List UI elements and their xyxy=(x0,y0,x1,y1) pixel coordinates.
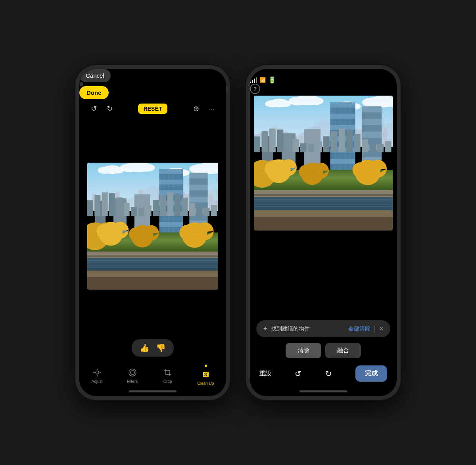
help-text: ? xyxy=(253,86,257,92)
search-placeholder-text: 找到建議的物件 xyxy=(271,325,310,332)
search-right: 全部清除 ✕ xyxy=(348,325,384,332)
cleanup-search-bar: ✦ 找到建議的物件 全部清除 ✕ xyxy=(256,320,390,337)
right-photo-canvas xyxy=(254,96,393,231)
blend-mode-button[interactable]: 融合 xyxy=(325,343,361,358)
cleanup-label: Clean Up xyxy=(198,381,214,386)
battery-icon: 🔋 xyxy=(268,76,276,84)
right-phone: 2:41 📶 🔋 ? xyxy=(246,65,401,400)
left-phone: Cancel Done ↺ ↻ RESET ⊕ ··· 👍 xyxy=(75,65,230,400)
cleanup-panel: ✦ 找到建議的物件 全部清除 ✕ 清除 融合 重設 ↺ ↻ 完成 xyxy=(250,316,397,388)
crop-label: Crop xyxy=(163,379,172,384)
thumbs-row: 👍 👎 xyxy=(79,335,226,361)
status-icons: 📶 🔋 xyxy=(250,76,397,84)
top-bar: Cancel Done xyxy=(79,69,226,99)
right-volume-down-button[interactable] xyxy=(246,136,250,152)
active-tab-dot xyxy=(205,365,207,367)
toolbar: ↺ ↻ RESET ⊕ ··· xyxy=(79,101,226,117)
right-volume-up-button[interactable] xyxy=(246,117,250,132)
svg-point-0 xyxy=(96,371,99,374)
bottom-tabs: Adjust Filters Crop xyxy=(79,361,226,388)
left-screen: Cancel Done ↺ ↻ RESET ⊕ ··· 👍 xyxy=(79,69,226,396)
cleanup-icon xyxy=(200,369,211,380)
crop-icon xyxy=(162,367,173,378)
help-icon[interactable]: ? xyxy=(250,84,260,94)
svg-point-5 xyxy=(129,369,136,376)
mode-buttons: 清除 融合 xyxy=(256,343,390,358)
right-home-indicator xyxy=(250,388,397,396)
extra-tools-group: ⊕ ··· xyxy=(190,103,217,114)
volume-down-button[interactable] xyxy=(75,136,79,152)
adjust-icon xyxy=(92,367,103,378)
signal-bar-2 xyxy=(252,80,253,83)
undo-button-right[interactable]: ↺ xyxy=(295,369,301,379)
tab-cleanup[interactable]: Clean Up xyxy=(198,365,214,386)
undo-redo-group: ↺ ↻ xyxy=(88,103,115,114)
redo-button-right[interactable]: ↻ xyxy=(325,369,332,379)
time-display: 2:41 xyxy=(250,69,262,76)
done-button[interactable]: Done xyxy=(79,86,109,99)
top-action-bar: ? xyxy=(250,84,397,94)
thumbs-down-icon[interactable]: 👎 xyxy=(156,343,166,353)
thumbs-buttons[interactable]: 👍 👎 xyxy=(132,339,174,357)
done-button-right[interactable]: 完成 xyxy=(355,365,387,382)
tab-crop[interactable]: Crop xyxy=(162,367,173,384)
power-button[interactable] xyxy=(226,125,230,148)
volume-up-button[interactable] xyxy=(75,117,79,132)
thumbs-up-icon[interactable]: 👍 xyxy=(140,343,150,353)
notch-indicator xyxy=(79,82,83,86)
magic-icon[interactable]: ⊕ xyxy=(190,103,202,114)
bottom-action-row: 重設 ↺ ↻ 完成 xyxy=(256,364,390,384)
tab-adjust[interactable]: Adjust xyxy=(92,367,103,384)
reset-button[interactable]: RESET xyxy=(138,104,168,114)
signal-bar-1 xyxy=(250,81,251,83)
reset-button-right[interactable]: 重設 xyxy=(259,370,271,377)
close-button[interactable]: ✕ xyxy=(379,325,384,332)
clear-all-button[interactable]: 全部清除 xyxy=(348,325,370,332)
search-left: ✦ 找到建議的物件 xyxy=(263,325,310,332)
home-bar xyxy=(129,390,177,392)
divider xyxy=(374,325,375,332)
tab-filters[interactable]: Filters xyxy=(127,367,138,384)
adjust-label: Adjust xyxy=(92,379,103,384)
clean-mode-button[interactable]: 清除 xyxy=(286,343,321,358)
right-photo-frame xyxy=(254,96,393,231)
cancel-button[interactable]: Cancel xyxy=(79,69,111,82)
home-indicator xyxy=(79,388,226,396)
undo-icon[interactable]: ↺ xyxy=(88,103,99,114)
filters-label: Filters xyxy=(127,379,138,384)
svg-point-6 xyxy=(131,371,134,375)
right-power-button[interactable] xyxy=(397,125,401,148)
filters-icon xyxy=(127,367,138,378)
signal-icon xyxy=(250,77,257,83)
signal-bar-3 xyxy=(254,79,255,83)
right-screen: 2:41 📶 🔋 ? xyxy=(250,69,397,396)
photo-frame xyxy=(87,163,218,290)
photo-container xyxy=(79,117,226,335)
signal-bar-4 xyxy=(256,77,257,83)
more-icon[interactable]: ··· xyxy=(206,103,217,114)
sparkle-icon: ✦ xyxy=(263,325,268,332)
redo-icon[interactable]: ↻ xyxy=(104,103,115,114)
status-bar: 2:41 📶 🔋 xyxy=(250,69,397,84)
right-home-bar xyxy=(299,390,347,392)
photo-canvas xyxy=(87,163,218,290)
right-photo-container xyxy=(250,94,397,316)
wifi-icon: 📶 xyxy=(259,77,266,83)
